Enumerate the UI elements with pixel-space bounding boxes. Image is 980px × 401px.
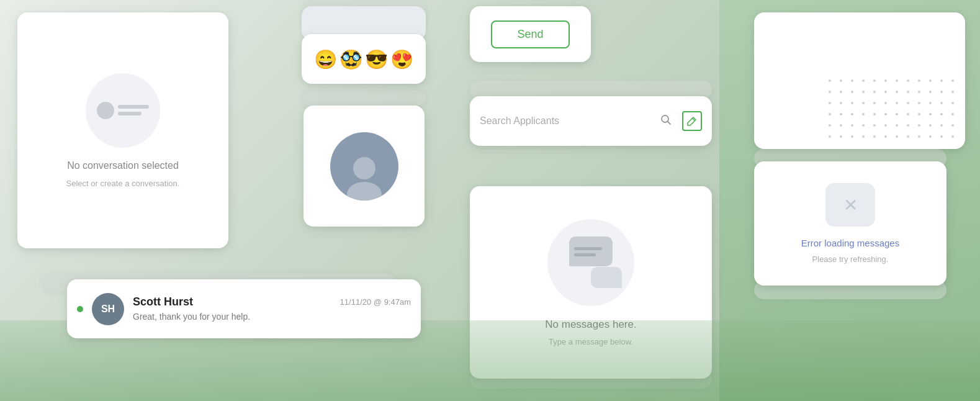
id-line-1 (118, 105, 149, 109)
id-line-2 (118, 112, 142, 115)
send-button[interactable]: Send (491, 20, 569, 48)
id-lines (118, 105, 149, 115)
no-conv-title: No conversation selected (67, 160, 179, 171)
svg-line-3 (668, 121, 671, 124)
svg-point-1 (347, 182, 382, 200)
messages-icon-circle (547, 219, 634, 306)
avatar-large (330, 132, 398, 200)
compose-button[interactable] (682, 111, 702, 131)
conversation-item-card[interactable]: SH Scott Hurst 11/11/20 @ 9:47am Great, … (67, 279, 421, 338)
bubble-line-1 (574, 247, 602, 250)
search-icon (660, 114, 672, 129)
error-title: Error loading messages (801, 238, 899, 248)
search-card: Search Applicants (470, 96, 712, 146)
bubble-group (569, 237, 613, 288)
profile-avatar-card (303, 106, 425, 227)
person-silhouette (339, 151, 389, 200)
error-card: ✕ Error loading messages Please try refr… (754, 161, 946, 286)
search-input-area[interactable]: Search Applicants (480, 114, 672, 129)
conversation-preview: Great, thank you for your help. (133, 312, 250, 322)
conversation-name: Scott Hurst (133, 295, 193, 309)
bubble-line-2 (574, 253, 596, 256)
shadow-card-2 (302, 90, 426, 106)
online-indicator (77, 306, 83, 312)
send-button-card: Send (470, 6, 591, 62)
emoji-1: 😄 (314, 48, 337, 70)
conversation-header: Scott Hurst 11/11/20 @ 9:47am (133, 295, 411, 309)
avatar-circle (86, 73, 160, 148)
search-placeholder-text: Search Applicants (480, 115, 655, 127)
error-bubble: ✕ (825, 183, 875, 227)
bubble-main (569, 237, 613, 266)
no-conversation-card: No conversation selected Select or creat… (17, 12, 228, 248)
conversation-timestamp: 11/11/20 @ 9:47am (340, 297, 411, 307)
conversation-avatar: SH (92, 293, 124, 325)
no-conv-subtitle: Select or create a conversation. (66, 179, 180, 188)
error-subtitle: Please try refreshing. (812, 255, 889, 264)
emoji-2: 🥸 (339, 48, 362, 70)
error-x-icon: ✕ (843, 195, 858, 215)
avatar-small-icon (97, 102, 114, 119)
emoji-card: 😄 🥸 😎 😍 (302, 34, 426, 84)
emoji-4: 😍 (390, 48, 413, 70)
svg-point-0 (353, 157, 375, 179)
avatar-initials: SH (101, 304, 115, 315)
emoji-3: 😎 (365, 48, 388, 70)
conversation-content: Scott Hurst 11/11/20 @ 9:47am Great, tha… (133, 295, 411, 322)
dot-pattern (829, 79, 959, 143)
id-card-icon (97, 102, 149, 119)
bubble-secondary (591, 267, 622, 288)
right-white-card (754, 12, 965, 149)
